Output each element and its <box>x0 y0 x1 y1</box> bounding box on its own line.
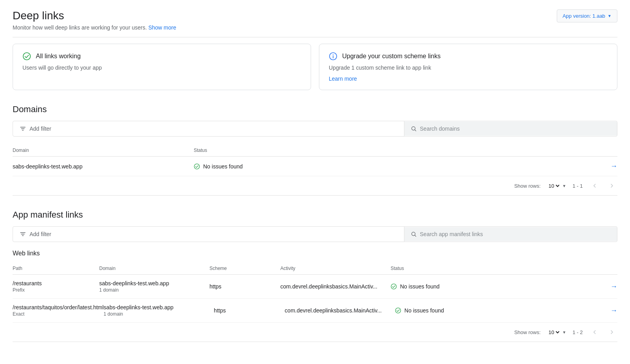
web-activity-cell: com.devrel.deeplinksbasics.MainActiv... <box>285 307 395 314</box>
web-status-cell: No issues found <box>395 307 602 314</box>
svg-point-9 <box>194 164 199 169</box>
chevron-right-icon <box>609 183 615 189</box>
check-circle-icon <box>22 52 31 61</box>
search-icon <box>411 126 417 132</box>
manifest-next-page-button[interactable] <box>606 327 617 337</box>
status-ok-icon <box>194 163 200 170</box>
web-links-table: Path Domain Scheme Activity Status /rest… <box>13 262 617 323</box>
domains-page-range: 1 - 1 <box>573 183 583 189</box>
page-subtitle: Monitor how well deep links are working … <box>13 24 176 31</box>
domains-col-status: Status <box>194 148 602 153</box>
show-more-link[interactable]: Show more <box>148 24 176 31</box>
svg-point-15 <box>391 284 396 289</box>
domains-rows-select[interactable]: 10 25 50 <box>547 183 561 189</box>
card-2-title: Upgrade your custom scheme links <box>342 53 441 60</box>
app-version-button[interactable]: App version: 1.aab ▼ <box>557 9 617 22</box>
chevron-left-icon <box>591 329 598 335</box>
web-col-status: Status <box>391 266 602 271</box>
table-row[interactable]: sabs-deeplinks-test.web.app No issues fo… <box>13 157 617 176</box>
filter-icon <box>19 231 26 238</box>
card-1-title: All links working <box>36 53 81 60</box>
web-scheme-cell: https <box>209 283 280 290</box>
chevron-down-icon: ▼ <box>562 330 566 334</box>
status-ok-icon <box>395 307 401 314</box>
all-links-working-card: All links working Users will go directly… <box>13 44 311 90</box>
card-2-body: Upgrade 1 custom scheme link to app link <box>329 65 608 71</box>
domains-next-page-button[interactable] <box>606 181 617 190</box>
web-links-subtitle: Web links <box>13 250 617 257</box>
domains-pagination: Show rows: 10 25 50 ▼ 1 - 1 <box>13 176 617 196</box>
manifest-filter-label: Add filter <box>30 231 51 237</box>
web-col-domain: Domain <box>99 266 209 271</box>
domain-status-cell: No issues found <box>194 163 602 170</box>
domains-rows-label: Show rows: <box>514 183 541 189</box>
web-col-path: Path <box>13 266 99 271</box>
manifest-page-range: 1 - 2 <box>573 329 583 335</box>
web-path-cell: /restaurants Prefix <box>13 280 99 293</box>
manifest-search-input[interactable] <box>420 231 611 237</box>
web-scheme-cell: https <box>214 307 285 314</box>
domains-prev-page-button[interactable] <box>589 181 600 190</box>
chevron-left-icon <box>591 183 598 189</box>
domains-filter-button[interactable]: Add filter <box>13 121 404 136</box>
domain-row-arrow[interactable]: → <box>602 162 617 170</box>
web-status-cell: No issues found <box>391 283 602 290</box>
manifest-rows-per-page[interactable]: 10 25 50 ▼ <box>547 329 566 336</box>
learn-more-link[interactable]: Learn more <box>329 76 357 82</box>
svg-point-0 <box>23 53 30 60</box>
svg-line-8 <box>415 130 416 131</box>
info-circle-icon <box>329 52 337 61</box>
app-manifest-section-title: App manifest links <box>13 210 617 220</box>
web-activity-cell: com.devrel.deeplinksbasics.MainActiv... <box>280 283 391 290</box>
web-links-table-header: Path Domain Scheme Activity Status <box>13 262 617 275</box>
web-row-arrow[interactable]: → <box>602 283 617 291</box>
domains-section: Domains Add filter Domain Status sab <box>13 104 617 196</box>
manifest-search-bar <box>404 227 617 241</box>
domains-table: Domain Status sabs-deeplinks-test.web.ap… <box>13 143 617 176</box>
chevron-right-icon <box>609 329 615 335</box>
web-col-scheme: Scheme <box>209 266 280 271</box>
domain-name-cell: sabs-deeplinks-test.web.app <box>13 163 194 170</box>
web-col-activity: Activity <box>280 266 391 271</box>
manifest-filter-button[interactable]: Add filter <box>13 227 404 242</box>
header-divider <box>13 37 617 37</box>
domains-table-header: Domain Status <box>13 143 617 157</box>
domains-search-bar <box>404 122 617 136</box>
search-icon <box>411 231 417 237</box>
web-domain-cell: sabs-deeplinks-test.web.app 1 domain <box>104 304 214 317</box>
chevron-down-icon: ▼ <box>608 14 611 18</box>
domains-filter-search-bar: Add filter <box>13 121 617 137</box>
page-title: Deep links <box>13 9 176 22</box>
cards-row: All links working Users will go directly… <box>13 44 617 90</box>
manifest-filter-search-bar: Add filter <box>13 226 617 242</box>
domains-section-title: Domains <box>13 104 617 115</box>
table-row[interactable]: /restaurants/taquitos/order/latest.html … <box>13 299 617 323</box>
upgrade-scheme-card: Upgrade your custom scheme links Upgrade… <box>319 44 617 90</box>
app-manifest-section: App manifest links Add filter Web links … <box>13 210 617 342</box>
card-1-body: Users will go directly to your app <box>22 65 301 71</box>
web-path-cell: /restaurants/taquitos/order/latest.html … <box>13 304 104 317</box>
web-row-arrow[interactable]: → <box>602 307 617 315</box>
manifest-pagination: Show rows: 10 25 50 ▼ 1 - 2 <box>13 323 617 342</box>
manifest-prev-page-button[interactable] <box>589 327 600 337</box>
domains-filter-label: Add filter <box>30 126 51 132</box>
svg-point-16 <box>395 308 400 313</box>
domains-search-input[interactable] <box>420 126 611 132</box>
manifest-rows-select[interactable]: 10 25 50 <box>547 329 561 336</box>
svg-line-14 <box>415 235 416 237</box>
web-domain-cell: sabs-deeplinks-test.web.app 1 domain <box>99 280 209 293</box>
filter-icon <box>19 125 26 132</box>
manifest-rows-label: Show rows: <box>514 329 541 335</box>
chevron-down-icon: ▼ <box>562 184 566 188</box>
table-row[interactable]: /restaurants Prefix sabs-deeplinks-test.… <box>13 275 617 299</box>
domains-col-domain: Domain <box>13 148 194 153</box>
domains-rows-per-page[interactable]: 10 25 50 ▼ <box>547 183 566 189</box>
status-ok-icon <box>391 283 397 290</box>
